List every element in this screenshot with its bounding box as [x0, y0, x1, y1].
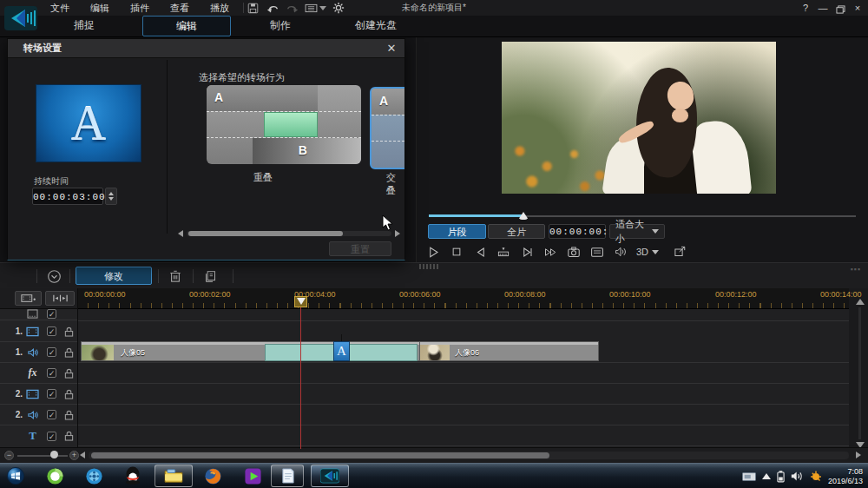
preview-quality-button[interactable]: [589, 244, 605, 260]
movie-mode-button[interactable]: 全片: [488, 224, 545, 239]
add-track-button[interactable]: [15, 291, 42, 306]
menu-edit[interactable]: 编辑: [80, 0, 120, 16]
track-enable-checkbox[interactable]: ✓: [47, 389, 56, 399]
volume-button[interactable]: [613, 244, 628, 260]
track-row-overlay[interactable]: ✓: [0, 308, 77, 320]
redo-icon[interactable]: [286, 3, 305, 14]
scrollbar-handle[interactable]: [91, 452, 549, 458]
track-enable-checkbox[interactable]: ✓: [47, 347, 56, 357]
track-lock-icon[interactable]: [64, 431, 74, 441]
expand-circle-icon[interactable]: [45, 267, 62, 285]
track-enable-checkbox[interactable]: ✓: [47, 432, 56, 441]
track-row-fx[interactable]: fx ✓: [0, 363, 77, 384]
play-button[interactable]: [425, 244, 441, 260]
menu-view[interactable]: 查看: [160, 0, 200, 16]
delete-trash-icon[interactable]: [167, 267, 184, 285]
scroll-right-icon[interactable]: [856, 452, 861, 458]
firefox-icon[interactable]: [203, 466, 222, 485]
spin-down-icon[interactable]: [108, 197, 114, 201]
reset-button[interactable]: 重置: [329, 241, 391, 256]
options-scrollbar[interactable]: [178, 229, 400, 238]
duration-spinner[interactable]: [105, 188, 117, 205]
menu-plugins[interactable]: 插件: [120, 0, 160, 16]
zoom-in-button[interactable]: +: [69, 451, 79, 460]
spin-up-icon[interactable]: [108, 192, 114, 195]
timeline-vertical-scrollbar[interactable]: [855, 299, 865, 448]
scroll-up-icon[interactable]: [856, 299, 865, 305]
track-enable-checkbox[interactable]: ✓: [47, 410, 56, 419]
transition-option-cross[interactable]: A: [370, 87, 405, 169]
stop-button[interactable]: [449, 244, 464, 260]
track-lock-icon[interactable]: [64, 410, 74, 420]
aspect-ratio-selector-icon[interactable]: [305, 3, 332, 13]
undo-icon[interactable]: [266, 3, 286, 14]
menu-play[interactable]: 播放: [200, 0, 240, 16]
menu-file[interactable]: 文件: [40, 0, 80, 16]
restore-button[interactable]: [833, 2, 847, 14]
track-row-video1[interactable]: 1. ✓: [0, 321, 77, 342]
close-button[interactable]: ×: [851, 0, 865, 16]
video-preview[interactable]: [502, 42, 776, 194]
track-lock-icon[interactable]: [64, 389, 74, 399]
notepad-icon[interactable]: [278, 466, 297, 485]
browser-360-icon[interactable]: [45, 466, 64, 485]
track-row-audio1[interactable]: 1. ✓: [0, 342, 77, 363]
language-indicator-icon[interactable]: [742, 472, 756, 481]
seek-handle[interactable]: [518, 212, 529, 220]
media-player-icon[interactable]: [84, 466, 103, 485]
clip-mode-button[interactable]: 片段: [428, 224, 486, 239]
seek-position-button[interactable]: [496, 244, 511, 260]
track-lock-icon[interactable]: [64, 347, 74, 358]
undock-preview-button[interactable]: [672, 244, 687, 260]
panel-divider-grip[interactable]: [419, 264, 438, 269]
dialog-close-icon[interactable]: ✕: [385, 39, 398, 57]
modify-button[interactable]: 修改: [76, 267, 152, 285]
help-button[interactable]: ?: [799, 0, 812, 16]
scroll-right-icon[interactable]: [395, 230, 400, 237]
snap-toggle-button[interactable]: [45, 291, 75, 306]
track-enable-checkbox[interactable]: ✓: [47, 309, 56, 319]
3d-mode-button[interactable]: 3D: [636, 247, 659, 257]
start-button[interactable]: [6, 466, 25, 485]
taskbar-clock[interactable]: 7:08 2019/6/13: [828, 467, 863, 486]
timeline-ruler[interactable]: 00:00:00:00 00:00:02:00 00:00:04:00 00:0…: [77, 288, 849, 309]
scrollbar-handle[interactable]: [188, 231, 343, 236]
network-status-icon[interactable]: [810, 471, 822, 482]
tray-expand-icon[interactable]: [762, 473, 771, 479]
file-explorer-icon[interactable]: [164, 466, 183, 485]
track-lock-icon[interactable]: [64, 368, 74, 379]
potplayer-icon[interactable]: [243, 466, 262, 485]
next-frame-button[interactable]: [519, 244, 535, 260]
track-enable-checkbox[interactable]: ✓: [47, 326, 56, 336]
track-enable-checkbox[interactable]: ✓: [47, 368, 56, 378]
fit-size-dropdown[interactable]: 适合大小: [609, 224, 665, 239]
track-row-title[interactable]: T ✓: [0, 425, 77, 446]
playhead-handle[interactable]: [294, 296, 307, 307]
timeline-clip-2[interactable]: 人像06: [419, 341, 599, 361]
zoom-slider[interactable]: [17, 455, 68, 457]
tab-produce[interactable]: 制作: [250, 16, 311, 35]
track-lock-icon[interactable]: [64, 326, 74, 337]
duration-input[interactable]: 00:00:03:00: [32, 188, 103, 205]
snapshot-camera-button[interactable]: [566, 244, 582, 260]
qq-icon[interactable]: [123, 466, 142, 485]
transition-a-box[interactable]: A: [333, 341, 350, 361]
track-row-video2[interactable]: 2. ✓: [0, 384, 77, 405]
tab-capture[interactable]: 捕捉: [54, 16, 115, 35]
dialog-header[interactable]: 转场设置 ✕: [8, 39, 404, 58]
transition-option-overlap[interactable]: A B: [207, 85, 361, 164]
scroll-left-icon[interactable]: [80, 452, 85, 458]
timeline-tracks-area[interactable]: 人像05 人像06 A: [77, 308, 849, 447]
tab-edit[interactable]: 编辑: [142, 16, 231, 36]
battery-icon[interactable]: [777, 471, 785, 483]
powerdirector-taskbar-icon[interactable]: [320, 466, 339, 485]
scroll-left-icon[interactable]: [178, 230, 183, 237]
minimize-button[interactable]: —: [816, 0, 830, 16]
previous-frame-button[interactable]: [472, 244, 488, 260]
timeline-horizontal-scrollbar[interactable]: [89, 452, 849, 459]
zoom-slider-handle[interactable]: [50, 451, 58, 458]
preview-timecode[interactable]: 00:00:00:17: [549, 224, 606, 239]
duplicate-icon[interactable]: [201, 267, 219, 285]
playhead-line[interactable]: [300, 307, 301, 449]
volume-tray-icon[interactable]: [791, 471, 804, 482]
